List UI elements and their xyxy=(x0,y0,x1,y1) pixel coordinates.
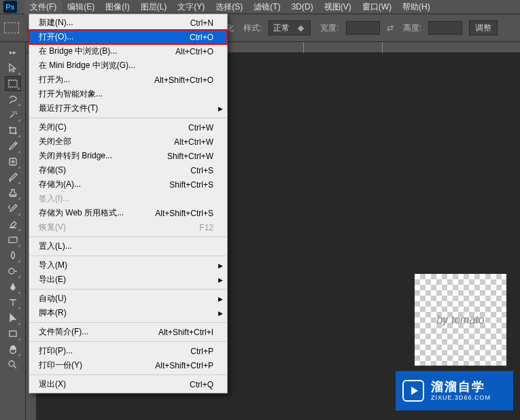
menu-item-label: 自动(U) xyxy=(39,293,213,304)
menu-separator xyxy=(30,256,226,256)
menu-item-label: 在 Mini Bridge 中浏览(G)... xyxy=(39,60,213,71)
dodge-tool[interactable] xyxy=(5,264,21,279)
menu-item[interactable]: 关闭(C)Ctrl+W xyxy=(29,120,227,135)
menu-item[interactable]: 打开(O)...Ctrl+O xyxy=(29,30,227,44)
menu-item[interactable]: 置入(L)... xyxy=(29,239,227,253)
menu-item[interactable]: 打印(P)...Ctrl+P xyxy=(29,344,227,358)
play-icon xyxy=(402,380,424,402)
menu-file[interactable]: 文件(F) xyxy=(24,0,62,14)
menu-item-shortcut: Ctrl+Q xyxy=(190,380,213,389)
menu-item[interactable]: 存储(S)Ctrl+S xyxy=(29,163,227,177)
menu-item-shortcut: Alt+Shift+Ctrl+O xyxy=(154,75,213,85)
pen-tool[interactable] xyxy=(5,279,21,294)
hand-tool[interactable] xyxy=(5,342,21,357)
svg-point-3 xyxy=(9,268,14,274)
height-label: 高度: xyxy=(403,22,421,34)
menu-item[interactable]: 自动(U)▶ xyxy=(29,292,227,306)
menu-item-shortcut: Alt+Shift+Ctrl+P xyxy=(155,361,213,370)
file-menu-dropdown: 新建(N)...Ctrl+N打开(O)...Ctrl+O在 Bridge 中浏览… xyxy=(29,14,228,393)
menu-item[interactable]: 打印一份(Y)Alt+Shift+Ctrl+P xyxy=(29,358,227,372)
width-label: 宽度: xyxy=(320,22,339,34)
menu-separator xyxy=(30,289,226,290)
watermark-image: by tomato xyxy=(415,274,506,366)
menu-item[interactable]: 在 Mini Bridge 中浏览(G)... xyxy=(29,58,227,73)
menu-item-label: 打开为... xyxy=(39,74,154,86)
swap-icon[interactable]: ⇄ xyxy=(387,23,394,33)
crop-tool[interactable] xyxy=(5,123,21,138)
adjust-button[interactable]: 调整 xyxy=(469,20,498,35)
menu-item-label: 在 Bridge 中浏览(B)... xyxy=(39,46,175,57)
menu-item-shortcut: Alt+Shift+Ctrl+I xyxy=(158,328,213,337)
menu-item[interactable]: 关闭并转到 Bridge...Shift+Ctrl+W xyxy=(29,149,227,163)
menu-item-shortcut: Ctrl+S xyxy=(190,166,213,175)
menubar: Ps 文件(F) 编辑(E) 图像(I) 图层(L) 文字(Y) 选择(S) 滤… xyxy=(0,0,520,14)
menu-item[interactable]: 导出(E)▶ xyxy=(29,273,227,287)
menu-view[interactable]: 视图(V) xyxy=(319,0,357,14)
menu-item[interactable]: 最近打开文件(T)▶ xyxy=(29,101,227,116)
lasso-tool[interactable] xyxy=(5,92,21,107)
menu-separator xyxy=(30,341,226,342)
menu-item[interactable]: 导入(M)▶ xyxy=(29,258,227,273)
menu-item-label: 存储为(A)... xyxy=(39,179,169,190)
zoom-tool[interactable] xyxy=(5,357,21,372)
marquee-tool[interactable] xyxy=(5,76,21,91)
history-brush-tool[interactable] xyxy=(5,201,21,216)
magic-wand-tool[interactable] xyxy=(5,107,21,122)
menu-layer[interactable]: 图层(L) xyxy=(135,0,173,14)
shape-tool[interactable] xyxy=(5,326,21,341)
menu-item-shortcut: Ctrl+N xyxy=(190,18,213,28)
menu-item[interactable]: 打开为...Alt+Shift+Ctrl+O xyxy=(29,73,227,87)
menu-item[interactable]: 文件简介(F)...Alt+Shift+Ctrl+I xyxy=(29,325,227,339)
gradient-tool[interactable] xyxy=(5,232,21,247)
menu-item[interactable]: 存储为(A)...Shift+Ctrl+S xyxy=(29,177,227,192)
menu-help[interactable]: 帮助(H) xyxy=(397,0,436,14)
menu-item-label: 打开(O)... xyxy=(39,31,190,43)
menu-item[interactable]: 打开为智能对象... xyxy=(29,87,227,101)
menu-item-label: 恢复(V) xyxy=(39,222,199,233)
type-tool[interactable] xyxy=(5,295,21,310)
brand-title: 溜溜自学 xyxy=(431,380,491,395)
eyedropper-tool[interactable] xyxy=(5,139,21,154)
submenu-arrow-icon: ▶ xyxy=(218,296,223,302)
menu-window[interactable]: 窗口(W) xyxy=(357,0,397,14)
menu-image[interactable]: 图像(I) xyxy=(100,0,135,14)
menu-item[interactable]: 存储为 Web 所用格式...Alt+Shift+Ctrl+S xyxy=(29,206,227,220)
menu-item[interactable]: 在 Bridge 中浏览(B)...Alt+Ctrl+O xyxy=(29,44,227,58)
panel-toggle-icon[interactable]: ▸▸ xyxy=(5,45,21,60)
menu-item[interactable]: 脚本(R)▶ xyxy=(29,306,227,320)
menu-item-label: 关闭并转到 Bridge... xyxy=(39,150,167,162)
width-input[interactable] xyxy=(346,21,380,35)
style-value: 正常 xyxy=(273,22,290,34)
menu-item-label: 导出(E) xyxy=(39,274,213,285)
menu-item[interactable]: 关闭全部Alt+Ctrl+W xyxy=(29,135,227,149)
brush-tool[interactable] xyxy=(5,170,21,185)
menu-item-shortcut: F12 xyxy=(199,223,213,232)
blur-tool[interactable] xyxy=(5,248,21,263)
menu-item-label: 存储(S) xyxy=(39,164,190,176)
svg-point-5 xyxy=(9,361,14,366)
height-input[interactable] xyxy=(428,21,462,35)
path-select-tool[interactable] xyxy=(5,311,21,326)
menu-type[interactable]: 文字(Y) xyxy=(172,0,210,14)
app-logo: Ps xyxy=(1,0,19,14)
menu-select[interactable]: 选择(S) xyxy=(210,0,248,14)
menu-3d[interactable]: 3D(D) xyxy=(286,1,319,13)
menu-item-label: 退出(X) xyxy=(39,379,190,390)
brand-badge: 溜溜自学 ZIXUE.3D66.COM xyxy=(396,371,513,410)
menu-item[interactable]: 新建(N)...Ctrl+N xyxy=(29,16,227,30)
active-tool-icon[interactable] xyxy=(4,22,19,33)
menu-item-label: 打印一份(Y) xyxy=(39,360,155,371)
move-tool[interactable] xyxy=(5,60,21,75)
svg-rect-0 xyxy=(9,80,17,87)
menu-item-label: 打开为智能对象... xyxy=(39,88,213,100)
eraser-tool[interactable] xyxy=(5,217,21,232)
menu-item-shortcut: Shift+Ctrl+W xyxy=(167,152,213,161)
menu-item[interactable]: 退出(X)Ctrl+Q xyxy=(29,377,227,391)
menu-filter[interactable]: 滤镜(T) xyxy=(248,0,285,14)
style-dropdown[interactable]: 正常 ◆ xyxy=(268,20,311,35)
menu-edit[interactable]: 编辑(E) xyxy=(62,0,100,14)
menu-item-label: 签入(I)... xyxy=(39,193,213,205)
healing-tool[interactable] xyxy=(5,154,21,169)
stamp-tool[interactable] xyxy=(5,186,21,200)
menu-item-shortcut: Alt+Ctrl+O xyxy=(175,47,213,56)
